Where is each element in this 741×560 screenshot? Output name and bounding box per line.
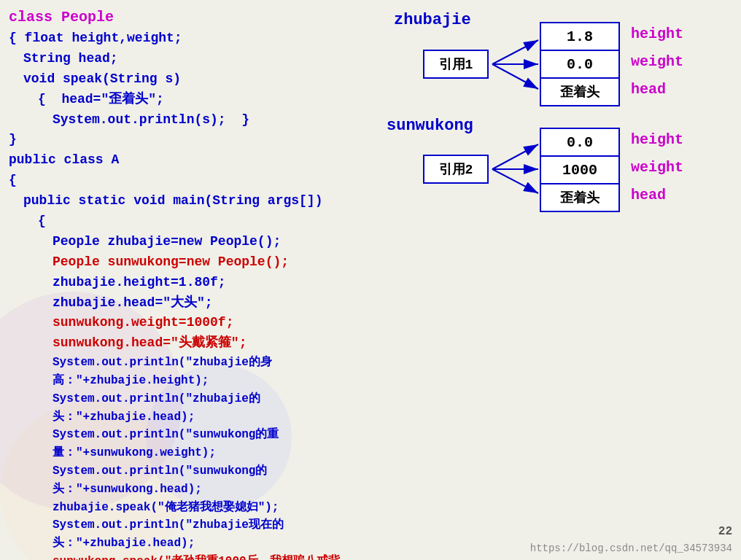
head-label-1: head — [631, 81, 666, 98]
obj1-head-cell: 歪着头 — [540, 77, 620, 106]
ref1-label: 引用1 — [439, 55, 473, 73]
obj1-weight-cell: 0.0 — [540, 50, 620, 79]
code-line-23: sunwukong.speak("老孙我重1000斤，我想骗八戒背我"); — [9, 553, 370, 560]
head-label-2: head — [631, 187, 666, 203]
sunwukong-label: sunwukong — [387, 117, 473, 135]
code-line-15: sunwukong.weight=1000f; — [9, 313, 370, 333]
code-line-7: public class A — [9, 150, 370, 171]
code-line-17: System.out.println("zhubajie的身高："+zhubaj… — [9, 354, 370, 390]
obj2-head-value: 歪着头 — [560, 189, 600, 206]
footer-url: https://blog.csdn.net/qq_34573934 — [530, 542, 732, 554]
code-line-10: { — [9, 211, 370, 232]
code-line-21: zhubajie.speak("俺老猪我想娶媳妇"); — [9, 499, 370, 517]
code-line-3: void speak(String s) — [9, 69, 370, 90]
code-line-4: { head="歪着头"; — [9, 90, 370, 110]
ref2-box: 引用2 — [423, 155, 489, 184]
ref1-box: 引用1 — [423, 50, 489, 79]
height-label-2: height — [631, 131, 683, 148]
code-line-19: System.out.println("sunwukong的重量："+sunwu… — [9, 426, 370, 462]
code-line-6: } — [9, 130, 370, 150]
code-line-13: zhubajie.height=1.80f; — [9, 273, 370, 293]
svg-line-3 — [492, 64, 538, 89]
code-line-2: String head; — [9, 49, 370, 69]
zhubajie-label: zhubajie — [394, 11, 471, 29]
code-display: class People { float height,weight; Stri… — [0, 0, 379, 560]
svg-line-1 — [492, 40, 538, 64]
code-line-22: System.out.println("zhubajie现在的头："+zhuba… — [9, 516, 370, 553]
code-line-12: People sunwukong=new People(); — [9, 252, 370, 273]
weight-label-1: weight — [631, 53, 683, 70]
svg-line-6 — [492, 169, 538, 193]
code-line-5: System.out.println(s); } — [9, 110, 370, 131]
code-line-14: zhubajie.head="大头"; — [9, 293, 370, 314]
obj2-head-cell: 歪着头 — [540, 183, 620, 212]
height-label-1: height — [631, 26, 683, 42]
obj2-weight-cell: 1000 — [540, 155, 620, 184]
obj2-height-value: 0.0 — [567, 134, 593, 151]
obj1-weight-value: 0.0 — [567, 56, 593, 73]
svg-line-4 — [492, 144, 538, 169]
obj1-head-value: 歪着头 — [560, 83, 600, 101]
code-line-9: public static void main(String args[]) — [9, 191, 370, 211]
obj1-height-cell: 1.8 — [540, 22, 620, 51]
class-people-line: class People — [9, 6, 370, 28]
obj1-height-value: 1.8 — [567, 28, 593, 45]
code-line-20: System.out.println("sunwukong的头："+sunwuk… — [9, 462, 370, 499]
code-line-18: System.out.println("zhubajie的头："+zhubaji… — [9, 390, 370, 427]
code-line-11: People zhubajie=new People(); — [9, 232, 370, 252]
code-line-1: { float height,weight; — [9, 28, 370, 49]
diagram-area: zhubajie 引用1 1.8 0.0 歪着头 height weight h… — [379, 0, 741, 233]
page-number: 22 — [718, 525, 732, 538]
weight-label-2: weight — [631, 159, 683, 176]
ref2-label: 引用2 — [439, 160, 473, 178]
code-line-16: sunwukong.head="头戴紧箍"; — [9, 333, 370, 354]
code-line-8: { — [9, 171, 370, 191]
obj2-weight-value: 1000 — [562, 162, 597, 179]
obj2-height-cell: 0.0 — [540, 128, 620, 157]
